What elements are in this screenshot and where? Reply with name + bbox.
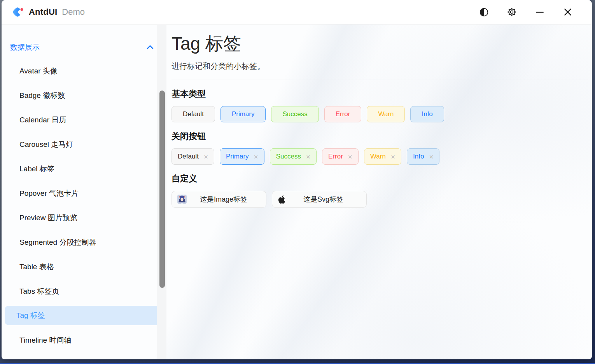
minimize-icon: [535, 7, 545, 17]
tag-close-icon[interactable]: ×: [391, 153, 395, 160]
tag-warn: Warn: [367, 106, 405, 122]
tag-close-icon[interactable]: ×: [348, 153, 352, 160]
tag-close-icon[interactable]: ×: [254, 153, 258, 160]
minimize-button[interactable]: [526, 3, 554, 21]
settings-button[interactable]: [498, 3, 526, 21]
titlebar-actions: [470, 3, 582, 21]
closable-tag-default: Default×: [172, 148, 214, 165]
sidebar-item-popover[interactable]: Popover 气泡卡片: [5, 181, 165, 206]
tag-close-icon[interactable]: ×: [204, 153, 208, 160]
section-heading-basic-types: 基本类型: [172, 88, 588, 100]
tag-default: Default: [172, 106, 215, 122]
closable-tag-primary: Primary×: [220, 148, 264, 165]
tag-close-icon[interactable]: ×: [429, 153, 433, 160]
tag-error: Error: [324, 106, 362, 122]
sidebar: 数据展示 Avatar 头像 Badge 徽标数 Calendar 日历 Car…: [2, 25, 170, 359]
theme-contrast-icon: [479, 7, 489, 17]
tag-label: Info: [413, 153, 424, 160]
apple-logo-icon: [278, 195, 286, 204]
closable-tags-row: Default× Primary× Success× Error× Warn× …: [172, 148, 588, 165]
close-button[interactable]: [554, 3, 582, 21]
sidebar-item-calendar[interactable]: Calendar 日历: [5, 108, 165, 132]
page-title: Tag 标签: [172, 33, 588, 54]
app-title-suffix: Demo: [62, 7, 85, 17]
closable-tag-success: Success×: [270, 148, 317, 165]
closable-tag-error: Error×: [322, 148, 359, 165]
sidebar-group-label: 数据展示: [10, 42, 40, 52]
main-content: Tag 标签 进行标记和分类的小标签。 基本类型 Default Primary…: [170, 25, 592, 359]
sidebar-item-tabs[interactable]: Tabs 标签页: [5, 279, 165, 303]
tag-label: Success: [276, 153, 301, 160]
closable-tag-info: Info×: [407, 148, 439, 165]
tag-close-icon[interactable]: ×: [306, 153, 310, 160]
app-body: 数据展示 Avatar 头像 Badge 徽标数 Calendar 日历 Car…: [2, 25, 592, 359]
section-heading-closable: 关闭按钮: [172, 131, 588, 142]
sidebar-item-preview[interactable]: Preview 图片预览: [5, 206, 165, 230]
custom-svg-tag: 这是Svg标签: [272, 191, 367, 208]
sidebar-group-data-display[interactable]: 数据展示: [2, 40, 170, 54]
tag-label: Error: [328, 153, 343, 160]
sidebar-item-carousel[interactable]: Carousel 走马灯: [5, 132, 165, 157]
gear-icon: [507, 7, 517, 17]
app-window: AntdUI Demo: [2, 0, 592, 359]
closable-tag-warn: Warn×: [364, 148, 401, 165]
sidebar-menu-list: Avatar 头像 Badge 徽标数 Calendar 日历 Carousel…: [2, 59, 170, 352]
sidebar-item-label[interactable]: Label 标签: [5, 157, 165, 181]
section-heading-custom: 自定义: [172, 173, 588, 185]
tag-label: Warn: [370, 153, 386, 160]
tag-success: Success: [271, 106, 318, 122]
tag-primary: Primary: [220, 106, 266, 122]
app-brand: AntdUI Demo: [12, 6, 85, 18]
tag-info: Info: [410, 106, 444, 122]
tag-label: Primary: [226, 153, 249, 160]
app-title: AntdUI: [29, 7, 57, 17]
anime-avatar-image: [177, 195, 187, 204]
sidebar-scrollbar-thumb[interactable]: [159, 91, 165, 288]
sidebar-item-avatar[interactable]: Avatar 头像: [5, 59, 165, 83]
custom-tag-label: 这是Image标签: [187, 195, 261, 204]
antdui-logo-icon: [12, 6, 24, 18]
sidebar-item-timeline[interactable]: Timeline 时间轴: [5, 328, 165, 352]
custom-tags-row: 这是Image标签 这是Svg标签: [172, 191, 588, 208]
sidebar-item-tag[interactable]: Tag 标签: [5, 306, 165, 325]
sidebar-item-table[interactable]: Table 表格: [5, 254, 165, 279]
titlebar: AntdUI Demo: [2, 0, 592, 24]
sidebar-item-segmented[interactable]: Segmented 分段控制器: [5, 230, 165, 254]
close-icon: [563, 7, 573, 17]
custom-tag-label: 这是Svg标签: [286, 195, 361, 204]
custom-image-tag: 这是Image标签: [172, 191, 266, 208]
divider: [172, 80, 588, 80]
sidebar-item-badge[interactable]: Badge 徽标数: [5, 83, 165, 108]
tag-label: Default: [178, 153, 199, 160]
theme-toggle-button[interactable]: [470, 3, 498, 21]
page-subtitle: 进行标记和分类的小标签。: [172, 61, 588, 71]
basic-tags-row: Default Primary Success Error Warn Info: [172, 106, 588, 122]
chevron-up-icon: [146, 44, 154, 51]
